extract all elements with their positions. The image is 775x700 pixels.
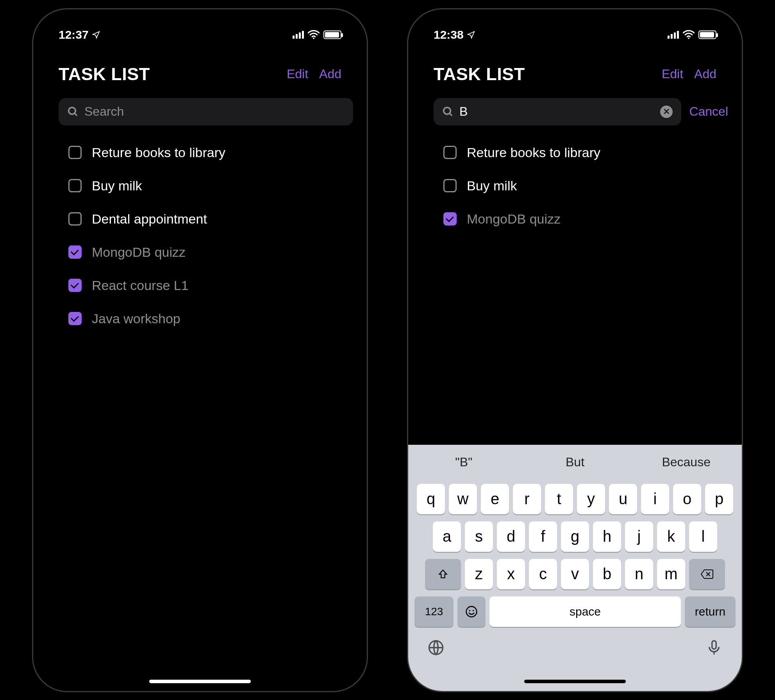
checkbox[interactable] [443, 179, 457, 192]
suggestion[interactable]: "B" [408, 455, 520, 469]
key-s[interactable]: s [465, 521, 493, 552]
task-row[interactable]: Dental appointment [68, 211, 341, 227]
task-label: Buy milk [92, 178, 142, 193]
wifi-icon [683, 30, 695, 39]
task-label: Buy milk [467, 178, 517, 193]
task-row[interactable]: React course L1 [68, 278, 341, 293]
task-row[interactable]: MongoDB quizz [443, 211, 716, 227]
search-icon [67, 106, 79, 118]
shift-icon [438, 569, 448, 580]
phone-left: 12:37 TASK LIST Edit Add Reture books to… [32, 8, 368, 692]
key-w[interactable]: w [449, 484, 477, 514]
task-row[interactable]: Buy milk [443, 178, 716, 193]
globe-icon[interactable] [428, 639, 444, 656]
key-p[interactable]: p [705, 484, 733, 514]
cellular-icon [668, 31, 679, 39]
checkbox[interactable] [68, 245, 82, 259]
task-row[interactable]: Reture books to library [68, 145, 341, 160]
task-label: MongoDB quizz [92, 245, 186, 260]
key-row-2: a s d f g h j k l [411, 521, 739, 552]
edit-button[interactable]: Edit [287, 67, 308, 81]
location-icon [92, 30, 100, 39]
home-indicator[interactable] [149, 680, 251, 683]
task-label: MongoDB quizz [467, 211, 561, 227]
add-button[interactable]: Add [319, 67, 341, 81]
space-key[interactable]: space [489, 596, 681, 627]
search-input[interactable] [84, 104, 345, 119]
key-row-1: q w e r t y u i o p [411, 484, 739, 514]
shift-key[interactable] [425, 559, 461, 589]
cancel-button[interactable]: Cancel [689, 104, 728, 119]
numbers-key[interactable]: 123 [414, 596, 454, 627]
key-u[interactable]: u [609, 484, 637, 514]
svg-point-7 [469, 610, 470, 611]
key-b[interactable]: b [593, 559, 621, 589]
key-n[interactable]: n [625, 559, 653, 589]
task-list: Reture books to library Buy milk MongoDB… [408, 133, 742, 227]
clear-search-button[interactable]: ✕ [660, 106, 673, 118]
home-indicator[interactable] [524, 680, 626, 683]
edit-button[interactable]: Edit [662, 67, 683, 81]
task-label: React course L1 [92, 278, 189, 293]
key-m[interactable]: m [657, 559, 685, 589]
task-label: Reture books to library [467, 145, 600, 160]
battery-icon [698, 30, 716, 39]
key-k[interactable]: k [657, 521, 685, 552]
suggestion[interactable]: Because [630, 455, 742, 469]
key-v[interactable]: v [561, 559, 589, 589]
close-icon: ✕ [663, 107, 670, 116]
key-j[interactable]: j [625, 521, 653, 552]
key-row-3: z x c v b n m [411, 559, 739, 589]
add-button[interactable]: Add [694, 67, 716, 81]
key-a[interactable]: a [433, 521, 461, 552]
backspace-key[interactable] [689, 559, 725, 589]
search-input[interactable] [459, 104, 655, 119]
page-title: TASK LIST [434, 64, 525, 84]
checkbox[interactable] [68, 179, 82, 192]
status-time: 12:38 [434, 28, 464, 41]
search-icon [442, 106, 454, 118]
key-r[interactable]: r [513, 484, 541, 514]
checkbox[interactable] [68, 212, 82, 226]
task-row[interactable]: MongoDB quizz [68, 245, 341, 260]
task-label: Dental appointment [92, 211, 207, 227]
key-f[interactable]: f [529, 521, 557, 552]
checkbox[interactable] [443, 212, 457, 226]
key-c[interactable]: c [529, 559, 557, 589]
key-h[interactable]: h [593, 521, 621, 552]
key-g[interactable]: g [561, 521, 589, 552]
task-row[interactable]: Java workshop [68, 311, 341, 326]
battery-icon [323, 30, 341, 39]
key-t[interactable]: t [545, 484, 573, 514]
nav-bar: TASK LIST Edit Add [33, 48, 367, 92]
key-l[interactable]: l [689, 521, 717, 552]
checkbox[interactable] [68, 279, 82, 292]
nav-bar: TASK LIST Edit Add [408, 48, 742, 92]
suggestion[interactable]: But [520, 455, 631, 469]
svg-point-8 [473, 610, 474, 611]
key-d[interactable]: d [497, 521, 525, 552]
task-row[interactable]: Buy milk [68, 178, 341, 193]
svg-point-3 [688, 37, 689, 39]
search-bar[interactable]: ✕ [434, 98, 681, 125]
key-z[interactable]: z [465, 559, 493, 589]
mic-icon[interactable] [706, 639, 722, 656]
key-o[interactable]: o [673, 484, 701, 514]
checkbox[interactable] [443, 146, 457, 159]
task-label: Java workshop [92, 311, 180, 326]
status-bar: 12:38 [408, 9, 742, 48]
location-icon [467, 30, 475, 39]
return-key[interactable]: return [685, 596, 736, 627]
emoji-key[interactable] [457, 596, 486, 627]
key-row-4: 123 space return [411, 596, 739, 627]
checkbox[interactable] [68, 312, 82, 325]
emoji-icon [465, 605, 478, 618]
key-q[interactable]: q [417, 484, 445, 514]
key-x[interactable]: x [497, 559, 525, 589]
search-bar[interactable] [59, 98, 353, 125]
key-i[interactable]: i [641, 484, 669, 514]
checkbox[interactable] [68, 146, 82, 159]
task-row[interactable]: Reture books to library [443, 145, 716, 160]
key-e[interactable]: e [481, 484, 509, 514]
key-y[interactable]: y [577, 484, 605, 514]
